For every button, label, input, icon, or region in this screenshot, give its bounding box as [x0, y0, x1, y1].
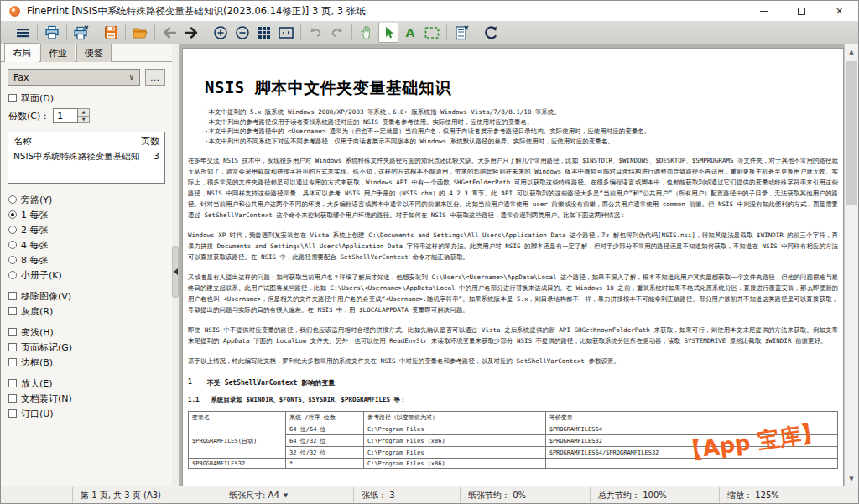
- fit-page-button[interactable]: [276, 23, 296, 43]
- document-paragraphs: 在多年交流 NSIS 技术中，发现很多用户对 Windows 系统特殊文件夹路径…: [188, 155, 838, 366]
- checkbox-option[interactable]: 文档装订(N): [1, 391, 172, 406]
- checkbox-option[interactable]: 边框(B): [1, 355, 172, 370]
- redo-button[interactable]: [327, 23, 347, 43]
- undo-button[interactable]: [305, 23, 325, 43]
- printer-select[interactable]: Fax ∨: [8, 69, 140, 86]
- minimize-button[interactable]: [745, 1, 783, 21]
- option-group-2: 变浅(H) 页面标记(G) 边框(B): [1, 325, 172, 370]
- radio-icon[interactable]: [8, 195, 17, 204]
- sidebar-collapse-handle[interactable]: [172, 246, 179, 298]
- printer-delete-icon: [73, 24, 90, 41]
- layout-option[interactable]: 旁路(Y): [1, 192, 172, 207]
- checkbox-option[interactable]: 订口(U): [1, 406, 172, 421]
- checkbox-option[interactable]: 移除图像(V): [1, 288, 172, 304]
- printer-properties-button[interactable]: …: [145, 69, 165, 86]
- checkbox-icon[interactable]: [8, 409, 17, 418]
- spinner-up-button[interactable]: ▲: [78, 109, 89, 116]
- print-delete-button[interactable]: [71, 23, 91, 43]
- multi-page-view-button[interactable]: [254, 23, 274, 43]
- layout-option[interactable]: 小册子(K): [1, 268, 172, 283]
- text-tool-button[interactable]: A: [400, 23, 420, 43]
- layout-option[interactable]: 2 每张: [1, 222, 172, 237]
- refresh-button[interactable]: [481, 23, 501, 43]
- layout-option-label: 旁路(Y): [21, 194, 52, 206]
- layout-option-label: 1 每张: [21, 209, 49, 221]
- duplex-checkbox[interactable]: [8, 94, 17, 102]
- table-header-cell: 系统 /程序 位数: [286, 412, 364, 423]
- select-tool-button[interactable]: [378, 23, 398, 43]
- checkbox-icon[interactable]: [8, 394, 17, 403]
- close-button[interactable]: ✕: [820, 1, 858, 21]
- toolbar-separator: [8, 24, 8, 40]
- vertical-scrollbar[interactable]: ▲ ▼: [844, 44, 858, 486]
- checkbox-option[interactable]: 变浅(H): [1, 325, 172, 340]
- layout-option[interactable]: 1 每张: [1, 207, 172, 222]
- toolbar-separator: [154, 24, 155, 40]
- paragraph: Windows XP 时代，我曾遇到某安装包在 Vista 系统上创建 C:\D…: [188, 230, 838, 262]
- scroll-down-icon[interactable]: ▼: [845, 471, 858, 486]
- delete-page-button[interactable]: [451, 23, 471, 43]
- layout-option-label: 2 每张: [21, 224, 49, 236]
- copies-input[interactable]: [53, 108, 78, 123]
- close-icon: ✕: [836, 7, 843, 16]
- menu-icon: [15, 25, 30, 40]
- section-title: 系统目录如 $WINDIR、$FONTS、$SYSDIR、$PROGRAMFIL…: [211, 396, 407, 404]
- job-list-item[interactable]: NSIS中系统特殊路径变量基础知... 3: [13, 151, 159, 163]
- radio-icon[interactable]: [8, 256, 17, 264]
- sidebar-tab[interactable]: 布局: [4, 43, 39, 62]
- status-paper-size[interactable]: 纸张尺寸: A4 ▼: [221, 487, 353, 503]
- scroll-up-icon[interactable]: ▲: [845, 44, 858, 59]
- print-button[interactable]: [42, 23, 62, 43]
- next-page-button[interactable]: [181, 23, 201, 43]
- toolbar: A: [1, 21, 858, 44]
- checkbox-icon[interactable]: [8, 307, 17, 315]
- section-heading-1: 1 不受 SetShellVarContext 影响的变量: [188, 378, 838, 387]
- option-group-3: 放大(E) 文档装订(N) 订口(U): [1, 376, 172, 421]
- printer-icon: [44, 24, 60, 41]
- prev-page-button[interactable]: [159, 23, 180, 43]
- zoom-out-button[interactable]: [232, 23, 252, 43]
- statusbar: 第 1 页, 共 3 页 (A3) 纸张尺寸: A4 ▼ 张纸： 3 纸张节约：…: [1, 486, 858, 503]
- spinner-down-button[interactable]: ▼: [78, 116, 89, 123]
- layout-option[interactable]: 4 每张: [1, 237, 172, 252]
- checkbox-icon[interactable]: [8, 292, 17, 300]
- paragraph: 基于以上情况，特此编写此文档，罗列绝大多数常用的系统文件夹在 NSIS 中对应的…: [188, 356, 838, 366]
- save-icon: [103, 24, 119, 40]
- checkbox-label: 灰度(R): [21, 305, 53, 318]
- radio-icon[interactable]: [8, 271, 17, 279]
- open-folder-icon: [132, 24, 148, 41]
- radio-icon[interactable]: [8, 210, 17, 219]
- radio-icon[interactable]: [8, 226, 17, 234]
- checkbox-icon[interactable]: [8, 379, 17, 387]
- status-paper-saving: 纸张节约： 0%: [460, 487, 590, 503]
- layout-option[interactable]: 8 每张: [1, 252, 172, 268]
- toolbar-separator: [37, 24, 38, 40]
- checkbox-option[interactable]: 灰度(R): [1, 304, 172, 319]
- radio-icon[interactable]: [8, 241, 17, 249]
- printer-select-value: Fax: [13, 72, 128, 83]
- section-title: 不受 SetShellVarContext 影响的变量: [207, 378, 335, 387]
- checkbox-label: 文档装订(N): [21, 392, 72, 405]
- checkbox-icon[interactable]: [8, 358, 17, 366]
- checkbox-option[interactable]: 页面标记(G): [1, 340, 172, 355]
- preview-area: NSIS 脚本中文件夹变量基础知识 ·本文中提到的 5.x 版系统 Window…: [179, 44, 858, 486]
- bullet-line: ·本文中提到的 5.x 版系统 Windows 2000/XP/2003 等系统…: [205, 107, 838, 117]
- duplex-option[interactable]: 双面(D): [1, 91, 172, 106]
- sidebar-tab[interactable]: 便签: [76, 44, 112, 62]
- pan-tool-button[interactable]: [357, 23, 377, 43]
- save-button[interactable]: [101, 23, 121, 43]
- cursor-icon: [381, 25, 396, 40]
- sidebar-tab[interactable]: 作业: [40, 44, 75, 62]
- maximize-button[interactable]: [783, 1, 820, 21]
- scrollbar-thumb[interactable]: [846, 61, 857, 205]
- toolbar-separator: [66, 24, 67, 40]
- checkbox-icon[interactable]: [8, 343, 17, 351]
- checkbox-icon[interactable]: [8, 328, 17, 336]
- open-button[interactable]: [130, 23, 150, 43]
- checkbox-option[interactable]: 放大(E): [1, 376, 172, 391]
- zoom-in-button[interactable]: [211, 23, 231, 43]
- marquee-tool-button[interactable]: [422, 23, 442, 43]
- maximize-icon: [798, 8, 805, 15]
- main-menu-button[interactable]: [13, 23, 33, 43]
- section-heading-1-1: 1.1 系统目录如 $WINDIR、$FONTS、$SYSDIR、$PROGRA…: [188, 396, 838, 404]
